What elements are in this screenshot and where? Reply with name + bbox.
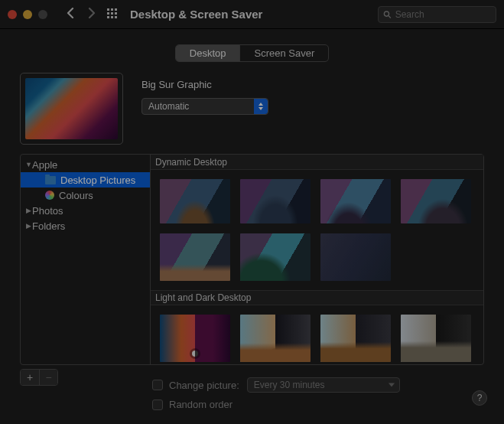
svg-rect-0	[107, 8, 109, 11]
random-order-label: Random order	[169, 399, 232, 410]
sidebar-item-photos[interactable]: ▶ Photos	[21, 203, 150, 218]
toolbar: Desktop & Screen Saver	[0, 0, 504, 29]
footer-controls: Change picture: Every 30 minutes Random …	[152, 377, 400, 410]
wallpaper-thumbnail[interactable]	[320, 233, 391, 281]
sidebar-item-apple[interactable]: ▼ Apple	[21, 157, 150, 172]
wallpaper-thumbnail[interactable]	[320, 179, 391, 223]
source-sidebar: ▼ Apple Desktop Pictures Colours ▶ Photo…	[21, 155, 151, 364]
wallpaper-preview-image	[25, 78, 118, 139]
wallpaper-thumbnail[interactable]	[160, 179, 230, 223]
disclosure-triangle-icon[interactable]: ▼	[25, 161, 32, 168]
change-picture-interval-popup: Every 30 minutes	[247, 377, 400, 393]
sidebar-item-label: Photos	[32, 205, 63, 217]
sidebar-item-label: Apple	[32, 159, 57, 171]
wallpaper-thumbnail[interactable]	[240, 233, 311, 281]
wallpaper-thumbnail[interactable]	[240, 315, 311, 362]
tab-screen-saver[interactable]: Screen Saver	[239, 45, 328, 61]
minimize-window-button[interactable]	[23, 10, 32, 19]
svg-rect-7	[111, 16, 113, 18]
window-title: Desktop & Screen Saver	[130, 8, 262, 21]
catalog: ▼ Apple Desktop Pictures Colours ▶ Photo…	[20, 154, 484, 365]
svg-rect-1	[111, 8, 113, 11]
interval-value: Every 30 minutes	[254, 380, 325, 390]
disclosure-triangle-icon[interactable]: ▶	[25, 222, 32, 230]
help-button[interactable]: ?	[472, 390, 487, 406]
change-picture-label: Change picture:	[169, 380, 239, 391]
wallpaper-thumbnail[interactable]	[160, 315, 230, 362]
thumbnails-panel: Dynamic Desktop Light and Dark Desktop	[151, 155, 483, 364]
tab-desktop[interactable]: Desktop	[176, 45, 240, 61]
show-all-preferences-button[interactable]	[107, 8, 119, 21]
sidebar-item-colours[interactable]: Colours	[21, 188, 150, 203]
wallpaper-mode-value: Automatic	[148, 101, 189, 112]
light-dark-icon	[350, 348, 361, 359]
wallpaper-thumbnail[interactable]	[401, 315, 471, 362]
section-light-and-dark: Light and Dark Desktop	[151, 290, 483, 305]
svg-rect-2	[115, 8, 117, 11]
add-remove-source: + −	[20, 369, 58, 386]
sidebar-item-desktop-pictures[interactable]: Desktop Pictures	[21, 172, 150, 188]
svg-line-10	[389, 15, 391, 18]
light-dark-icon	[270, 348, 281, 359]
light-dark-icon	[190, 348, 200, 359]
sidebar-item-label: Desktop Pictures	[60, 174, 135, 186]
sidebar-item-label: Folders	[32, 220, 65, 232]
change-picture-checkbox[interactable]	[152, 380, 163, 390]
stepper-icon	[254, 99, 268, 114]
forward-button	[84, 6, 99, 22]
wallpaper-thumbnail[interactable]	[320, 315, 391, 362]
section-dynamic-desktop: Dynamic Desktop	[151, 155, 483, 170]
svg-point-9	[384, 11, 389, 15]
close-window-button[interactable]	[8, 10, 17, 19]
search-input[interactable]	[395, 9, 491, 20]
light-dark-icon	[431, 348, 441, 359]
wallpaper-name-label: Big Sur Graphic	[141, 79, 484, 90]
disclosure-triangle-icon[interactable]: ▶	[25, 207, 32, 214]
add-source-button[interactable]: +	[21, 370, 39, 385]
random-order-checkbox	[152, 400, 163, 410]
search-icon	[383, 10, 392, 19]
svg-rect-4	[111, 12, 113, 15]
remove-source-button: −	[39, 370, 57, 385]
wallpaper-mode-popup[interactable]: Automatic	[141, 98, 268, 115]
back-button[interactable]	[63, 6, 78, 22]
svg-rect-8	[115, 16, 117, 18]
colour-wheel-icon	[45, 191, 54, 200]
wallpaper-thumbnail[interactable]	[160, 233, 230, 281]
tab-bar: Desktop Screen Saver	[0, 44, 504, 62]
zoom-window-button	[38, 10, 47, 19]
wallpaper-thumbnail[interactable]	[401, 179, 471, 223]
folder-icon	[45, 176, 56, 184]
svg-rect-5	[115, 12, 117, 15]
svg-rect-6	[107, 16, 109, 18]
wallpaper-thumbnail[interactable]	[240, 179, 311, 223]
current-wallpaper-preview	[20, 73, 123, 145]
sidebar-item-label: Colours	[59, 190, 93, 201]
window-controls	[8, 10, 47, 19]
sidebar-item-folders[interactable]: ▶ Folders	[21, 218, 150, 233]
search-field[interactable]	[378, 6, 496, 23]
svg-rect-3	[107, 12, 109, 15]
